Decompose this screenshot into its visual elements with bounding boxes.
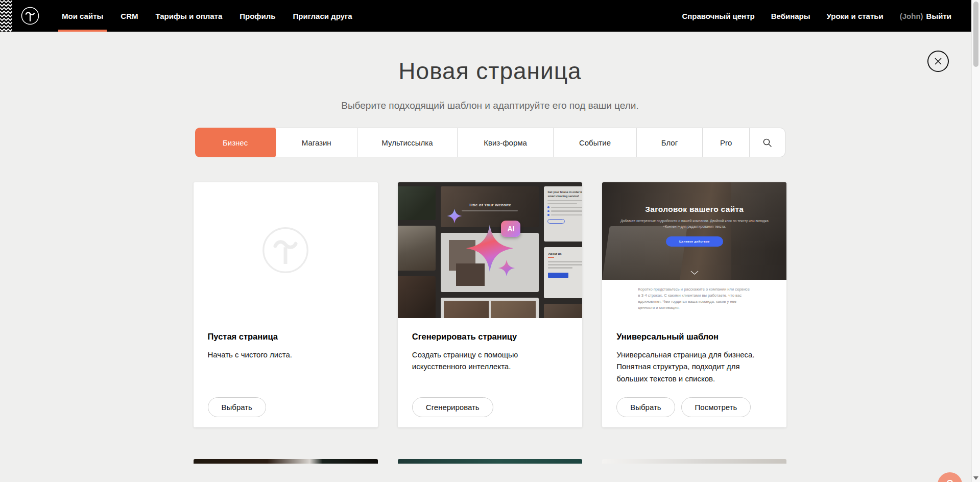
nav-item-my-sites[interactable]: Мои сайты [53, 0, 112, 32]
top-navbar: Мои сайты CRM Тарифы и оплата Профиль Пр… [0, 0, 980, 32]
nav-item-label: CRM [121, 12, 138, 20]
tilda-logo[interactable] [20, 6, 40, 26]
card-blank-page: Пустая страница Начать с чистого листа. … [194, 182, 378, 427]
collage-about-label: About us [548, 252, 582, 255]
person-shape [731, 182, 786, 280]
collage-text-tile: Get your house in order with a smart cle… [544, 186, 582, 242]
ai-preview: Title of Your Website Get [398, 182, 582, 318]
page-title: Новая страница [0, 57, 980, 85]
nav-item-lessons[interactable]: Уроки и статьи [819, 12, 892, 20]
nav-item-invite-friend[interactable]: Пригласи друга [284, 0, 361, 32]
vertical-scrollbar[interactable] [971, 0, 980, 482]
nav-item-webinars[interactable]: Вебинары [763, 12, 819, 20]
preview-subtext: Добавьте интересные подробности о вашей … [619, 219, 770, 230]
tab-pro[interactable]: Pro [702, 128, 749, 157]
nav-item-help-center[interactable]: Справочный центр [674, 12, 762, 20]
template-category-tabs: Бизнес Магазин Мультиссылка Квиз-форма С… [195, 128, 785, 157]
scrollbar-down-arrow-icon[interactable] [973, 476, 978, 480]
collage-hero-tile: Title of Your Website [441, 186, 539, 227]
collage-about-tile: About us [544, 247, 582, 298]
collage-text-title: Get your house in order with a smart cle… [547, 190, 582, 198]
tab-label: Бизнес [223, 138, 248, 147]
help-button[interactable]: ? [938, 472, 962, 482]
tab-multilink[interactable]: Мультиссылка [357, 128, 457, 157]
nav-item-label: Мои сайты [62, 12, 103, 20]
search-icon [762, 138, 772, 148]
template-cards-row: Пустая страница Начать с чистого листа. … [194, 182, 787, 427]
new-page-dialog: Новая страница Выберите подходящий шабло… [0, 32, 980, 482]
user-name: (John) [900, 12, 923, 20]
zigzag-pattern-decoration [0, 0, 12, 32]
card-description: Начать с чистого листа. [208, 349, 364, 360]
card-description: Универсальная страница для бизнеса. Поня… [616, 349, 772, 384]
card-ai-generate: Title of Your Website Get [398, 182, 582, 427]
nav-item-crm[interactable]: CRM [112, 0, 147, 32]
tab-search[interactable] [749, 128, 784, 157]
next-template-row [194, 459, 787, 464]
nav-item-label: Тарифы и оплата [155, 12, 222, 20]
collage-photo-tile [398, 276, 436, 318]
tab-quiz-form[interactable]: Квиз-форма [457, 128, 553, 157]
scrollbar-thumb[interactable] [973, 2, 978, 67]
tab-label: Событие [579, 138, 611, 147]
nav-item-pricing[interactable]: Тарифы и оплата [147, 0, 231, 32]
collage-photo-tile [398, 226, 436, 271]
template-collage: Title of Your Website Get [398, 182, 582, 318]
preview-cta-button: Целевое действие [666, 236, 723, 247]
nav-item-label: Справочный центр [682, 12, 754, 20]
nav-item-label: Пригласи друга [293, 12, 352, 20]
tilda-watermark-icon [261, 226, 309, 274]
page-subtitle: Выберите подходящий шаблон и адаптируйте… [0, 100, 980, 111]
card-title: Пустая страница [208, 332, 364, 342]
tab-label: Магазин [302, 138, 331, 147]
main-menu: Мои сайты CRM Тарифы и оплата Профиль Пр… [53, 0, 361, 32]
collage-photo-tile [544, 304, 582, 318]
collage-photo-tile [398, 186, 436, 220]
question-icon: ? [946, 477, 953, 482]
collage-feature-tile [441, 233, 539, 292]
tab-label: Квиз-форма [484, 138, 527, 147]
card-universal-template: Заголовок вашего сайта Добавьте интересн… [602, 182, 786, 427]
view-button[interactable]: Посмотреть [681, 397, 751, 417]
preview-heading: Заголовок вашего сайта [645, 205, 744, 214]
preview-body-text: Коротко представьтесь и расскажите о ком… [638, 286, 751, 311]
template-card-partial [602, 459, 786, 464]
template-card-partial [194, 459, 378, 464]
chevron-down-icon [690, 271, 699, 275]
close-icon [934, 57, 943, 66]
close-button[interactable] [927, 51, 949, 72]
card-title: Универсальный шаблон [616, 332, 772, 342]
blank-page-preview [194, 182, 378, 318]
tab-event[interactable]: Событие [553, 128, 636, 157]
tab-label: Блог [661, 138, 678, 147]
user-logout[interactable]: (John) Выйти [892, 12, 951, 20]
laptop-shape [602, 226, 687, 280]
nav-item-label: Уроки и статьи [827, 12, 883, 20]
logout-link[interactable]: Выйти [926, 12, 951, 20]
generate-button[interactable]: Сгенерировать [412, 397, 493, 417]
collage-hero-title: Title of Your Website [469, 203, 511, 207]
tab-label: Pro [720, 138, 732, 147]
choose-button[interactable]: Выбрать [616, 397, 675, 417]
tab-label: Мультиссылка [381, 138, 433, 147]
card-description: Создать страницу с помощью искусственног… [412, 349, 568, 373]
universal-template-preview: Заголовок вашего сайта Добавьте интересн… [602, 182, 786, 318]
nav-item-label: Вебинары [771, 12, 810, 20]
tab-blog[interactable]: Блог [636, 128, 702, 157]
template-card-partial [398, 459, 582, 464]
tab-shop[interactable]: Магазин [276, 128, 357, 157]
card-title: Сгенерировать страницу [412, 332, 568, 342]
choose-button[interactable]: Выбрать [208, 397, 266, 417]
secondary-menu: Справочный центр Вебинары Уроки и статьи… [674, 12, 980, 20]
collage-gallery-tile [441, 298, 539, 318]
nav-item-profile[interactable]: Профиль [231, 0, 284, 32]
nav-item-label: Профиль [240, 12, 275, 20]
tab-business[interactable]: Бизнес [195, 128, 276, 157]
